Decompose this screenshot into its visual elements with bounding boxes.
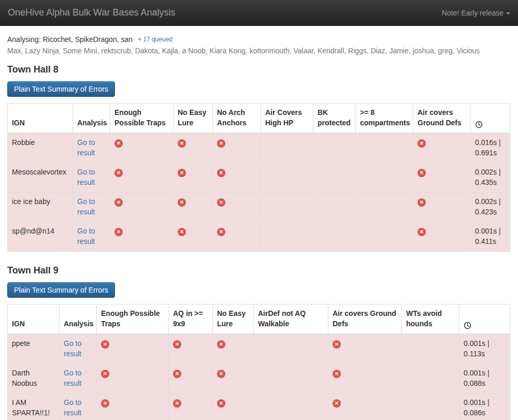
time-cell: 0.002s | 0.423s [471, 192, 510, 222]
time-cell: 0.001s | 0.113s [459, 334, 510, 364]
flag-cell: ✕ [174, 163, 213, 192]
column-header-flag: >= 8 compartments [356, 104, 413, 133]
error-x-icon: ✕ [333, 399, 341, 408]
flag-cell [402, 334, 459, 364]
queued-names: Max, Lazy Ninja, Some Mini, rektscrub, D… [7, 47, 511, 55]
column-header-flag: Air Covers High HP [261, 104, 313, 133]
navbar: OneHive Alpha Bulk War Bases Analysis No… [0, 0, 518, 26]
analysing-text: Analysing: Ricochet, SpikeDragon, san [7, 35, 133, 44]
column-header-flag: BK protected [313, 104, 356, 133]
go-to-result-link[interactable]: Go to result [77, 138, 95, 157]
error-x-icon: ✕ [101, 340, 109, 349]
column-header-flag: No Easy Lure [174, 104, 213, 133]
flag-cell [313, 192, 356, 222]
error-x-icon: ✕ [217, 169, 225, 177]
column-header-time [471, 104, 510, 133]
flag-cell: ✕ [174, 222, 213, 251]
plain-text-summary-button-th8[interactable]: Plain Text Summary of Errors [7, 81, 115, 97]
ign-cell: Mesoscalevortex [8, 163, 73, 192]
column-header-ign: IGN [8, 304, 60, 334]
flag-cell: ✕ [97, 334, 169, 364]
column-header-time [459, 304, 510, 334]
flag-cell [254, 393, 328, 420]
error-x-icon: ✕ [217, 139, 225, 148]
analysis-cell: Go to result [60, 334, 97, 364]
clock-icon [464, 322, 471, 329]
release-note-label: Note! Early release [442, 9, 503, 17]
plain-text-summary-button-th9[interactable]: Plain Text Summary of Errors [7, 282, 115, 298]
app-title: OneHive Alpha Bulk War Bases Analysis [8, 7, 175, 18]
error-x-icon: ✕ [217, 370, 225, 378]
error-x-icon: ✕ [333, 370, 341, 378]
flag-cell: ✕ [213, 222, 261, 251]
error-x-icon: ✕ [217, 399, 225, 408]
flag-cell [261, 163, 313, 192]
ign-cell: sp@nd@n14 [8, 222, 73, 251]
error-x-icon: ✕ [101, 370, 109, 378]
time-cell: 0.002s | 0.435s [471, 163, 510, 192]
column-header-analysis: Analysis [73, 104, 110, 133]
go-to-result-link[interactable]: Go to result [64, 369, 81, 387]
flag-cell [254, 364, 328, 393]
flag-cell [402, 364, 459, 393]
analysis-cell: Go to result [73, 163, 110, 192]
go-to-result-link[interactable]: Go to result [77, 227, 95, 245]
time-cell: 0.001s | 0.411s [471, 222, 510, 251]
release-note-dropdown[interactable]: Note! Early release [442, 9, 510, 17]
ign-cell: Darth Noobus [8, 364, 60, 393]
column-header-flag: Air covers Ground Defs [328, 304, 402, 334]
error-x-icon: ✕ [114, 169, 123, 177]
column-header-flag: Air covers Ground Defs [413, 104, 471, 133]
error-x-icon: ✕ [101, 399, 109, 408]
flag-cell [254, 334, 328, 364]
ign-cell: ice ice baby [8, 192, 73, 222]
flag-cell: ✕ [413, 163, 471, 192]
column-header-flag: WTs avoid hounds [402, 304, 459, 334]
error-x-icon: ✕ [114, 198, 123, 207]
queued-link[interactable]: + 17 queued [138, 36, 172, 43]
go-to-result-link[interactable]: Go to result [77, 197, 95, 216]
error-x-icon: ✕ [173, 370, 181, 378]
flag-cell [356, 163, 413, 192]
go-to-result-link[interactable]: Go to result [64, 339, 81, 358]
analysis-cell: Go to result [73, 222, 110, 251]
flag-cell: ✕ [413, 222, 471, 251]
column-header-flag: AirDef not AQ Walkable [254, 304, 328, 334]
flag-cell [313, 133, 356, 163]
flag-cell: ✕ [213, 393, 254, 420]
flag-cell: ✕ [97, 364, 169, 393]
flag-cell [356, 222, 413, 251]
flag-cell: ✕ [174, 133, 213, 163]
section-heading-th9: Town Hall 9 [7, 265, 511, 276]
flag-cell [356, 192, 413, 222]
time-cell: 0.001s | 0.086s [459, 393, 510, 420]
error-x-icon: ✕ [173, 340, 181, 349]
go-to-result-link[interactable]: Go to result [64, 398, 81, 417]
flag-cell [261, 192, 313, 222]
clock-icon [475, 121, 483, 128]
column-header-flag: Enough Possible Traps [97, 304, 169, 334]
flag-cell: ✕ [413, 133, 471, 163]
error-x-icon: ✕ [178, 139, 186, 148]
flag-cell: ✕ [110, 222, 174, 251]
error-x-icon: ✕ [217, 228, 225, 236]
column-header-analysis: Analysis [60, 304, 97, 334]
error-x-icon: ✕ [333, 340, 341, 349]
flag-cell [261, 222, 313, 251]
column-header-flag: Enough Possible Traps [110, 104, 174, 133]
flag-cell: ✕ [213, 364, 254, 393]
table-row: I AM SPARTA!!1!Go to result✕✕✕✕0.001s | … [8, 393, 510, 420]
column-header-ign: IGN [8, 104, 73, 133]
flag-cell: ✕ [328, 393, 402, 420]
error-x-icon: ✕ [114, 228, 123, 236]
go-to-result-link[interactable]: Go to result [77, 168, 95, 186]
analysing-line: Analysing: Ricochet, SpikeDragon, san + … [7, 35, 511, 44]
column-header-flag: No Easy Lure [213, 304, 254, 334]
header-row: IGNAnalysisEnough Possible TrapsNo Easy … [8, 104, 510, 133]
error-x-icon: ✕ [217, 340, 225, 349]
time-cell: 0.016s | 0.691s [471, 133, 510, 163]
table-row: RobbieGo to result✕✕✕✕0.016s | 0.691s [8, 133, 510, 163]
caret-down-icon [506, 12, 510, 15]
ign-cell: ppete [8, 334, 60, 364]
flag-cell: ✕ [328, 334, 402, 364]
